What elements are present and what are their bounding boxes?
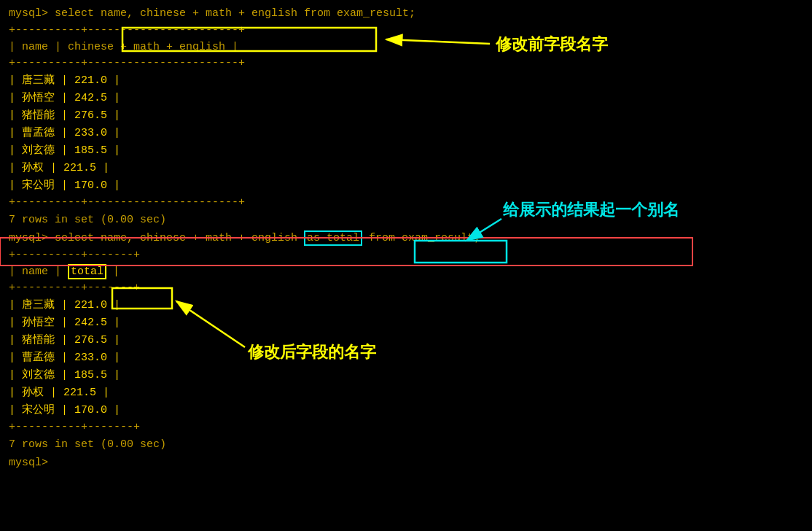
sep1-top: +----------+-----------------------+ <box>9 23 803 39</box>
sep2-mid: +----------+-------+ <box>9 280 803 297</box>
table-row: | 曹孟德 | 233.0 | <box>9 125 803 142</box>
table-row: | 宋公明 | 170.0 | <box>9 177 803 195</box>
query1-text: select name, chinese + math + english fr… <box>48 7 415 20</box>
table-row: | 猪悟能 | 276.5 | <box>9 107 803 125</box>
query2-after: from exam_result; <box>362 232 480 244</box>
final-prompt: mysql> <box>9 457 803 469</box>
prompt1: mysql> <box>9 7 48 20</box>
query2-before: select name, chinese + math + english <box>48 232 304 244</box>
sep2-bot: +----------+-------+ <box>9 419 803 436</box>
rowcount1: 7 rows in set (0.00 sec) <box>9 214 803 226</box>
sep2-top: +----------+-------+ <box>9 247 803 264</box>
table-row: | 孙权 | 221.5 | <box>9 160 803 177</box>
prompt2: mysql> <box>9 232 48 244</box>
table-row: | 宋公明 | 170.0 | <box>9 402 803 419</box>
final-prompt-text: mysql> <box>9 457 48 469</box>
table-row: | 孙权 | 221.5 | <box>9 384 803 402</box>
table-row: | 孙悟空 | 242.5 | <box>9 314 803 332</box>
table-row: | 刘玄德 | 185.5 | <box>9 142 803 160</box>
rowcount2: 7 rows in set (0.00 sec) <box>9 438 803 451</box>
table-row: | 猪悟能 | 276.5 | <box>9 332 803 349</box>
query1-line: mysql> select name, chinese + math + eng… <box>9 7 803 20</box>
header1: | name | chinese + math + english | <box>9 39 803 56</box>
terminal-window: mysql> select name, chinese + math + eng… <box>0 0 812 479</box>
table2: +----------+-------+ | name | total | +-… <box>9 247 803 435</box>
sep1-bot: +----------+-----------------------+ <box>9 195 803 212</box>
section2: mysql> select name, chinese + math + eng… <box>9 232 803 451</box>
table1: +----------+-----------------------+ | n… <box>9 23 803 211</box>
query2-line: mysql> select name, chinese + math + eng… <box>9 232 803 244</box>
query2-as: as total <box>304 230 362 246</box>
table-row: | 唐三藏 | 221.0 | <box>9 297 803 314</box>
table-row: | 唐三藏 | 221.0 | <box>9 72 803 90</box>
sep1-mid: +----------+-----------------------+ <box>9 55 803 72</box>
table-row: | 刘玄德 | 185.5 | <box>9 367 803 384</box>
table-row: | 孙悟空 | 242.5 | <box>9 90 803 107</box>
table-row: | 曹孟德 | 233.0 | <box>9 349 803 367</box>
section1: mysql> select name, chinese + math + eng… <box>9 7 803 226</box>
header2: | name | total | <box>9 264 803 281</box>
total-header: total <box>68 264 106 279</box>
